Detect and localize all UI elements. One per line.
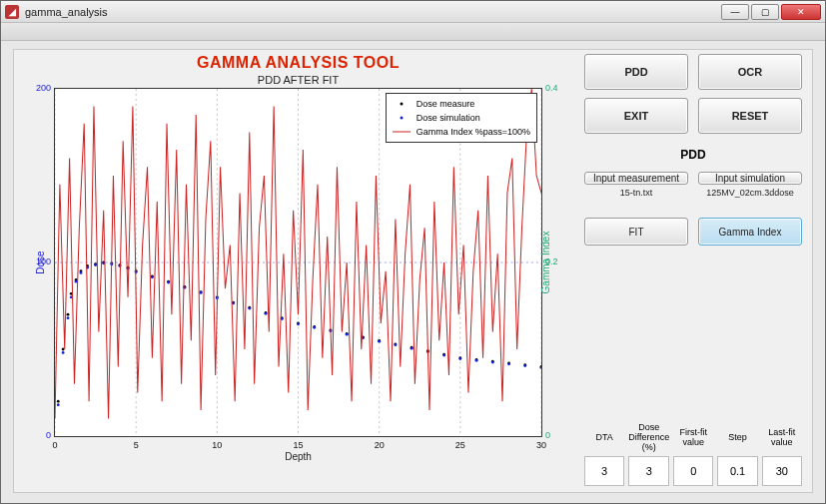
- legend-label: Dose simulation: [416, 111, 480, 125]
- param-header: Last-fit value: [762, 422, 802, 452]
- svg-point-77: [442, 354, 445, 357]
- svg-point-81: [507, 362, 510, 365]
- svg-point-71: [346, 333, 349, 336]
- svg-point-84: [400, 103, 403, 106]
- x-axis-label: Depth: [285, 451, 312, 462]
- svg-point-8: [57, 400, 60, 403]
- param-value[interactable]: 3: [584, 456, 624, 486]
- menu-toolbar: [1, 23, 825, 41]
- svg-point-65: [248, 307, 251, 310]
- svg-point-73: [378, 340, 381, 343]
- param-value[interactable]: 3: [628, 456, 669, 486]
- matlab-icon: ◢: [5, 5, 19, 19]
- input-simulation-button[interactable]: Input simulation: [698, 172, 802, 185]
- svg-point-69: [313, 326, 316, 329]
- param-value[interactable]: 30: [762, 456, 802, 486]
- svg-point-74: [394, 343, 397, 346]
- chart-axes: Dose measure Dose simulation Gamma Index…: [54, 88, 542, 437]
- svg-point-50: [75, 280, 78, 283]
- param-header: DTA: [595, 422, 612, 452]
- controls-region: PDD OCR EXIT RESET PDD Input measurement…: [572, 54, 802, 486]
- legend-label: Dose measure: [416, 97, 475, 111]
- param-dta: DTA 3: [584, 422, 624, 486]
- svg-point-68: [297, 322, 300, 325]
- exit-button[interactable]: EXIT: [584, 98, 688, 134]
- close-button[interactable]: ✕: [781, 4, 821, 20]
- svg-point-59: [151, 275, 154, 278]
- svg-point-62: [200, 291, 203, 294]
- window-title: gamma_analysis: [25, 6, 108, 18]
- param-value[interactable]: 0: [673, 456, 713, 486]
- chart-region: GAMMA ANALYSIS TOOL PDD AFTER FIT Dose m…: [24, 54, 572, 486]
- legend-label: Gamma Index %pass=100%: [416, 125, 530, 139]
- svg-point-75: [411, 347, 413, 350]
- svg-point-53: [94, 263, 97, 266]
- minimize-button[interactable]: —: [721, 4, 749, 20]
- params-table: DTA 3 Dose Difference (%) 3 First-fit va…: [584, 422, 802, 486]
- main-panel: GAMMA ANALYSIS TOOL PDD AFTER FIT Dose m…: [13, 49, 813, 493]
- svg-point-48: [67, 316, 70, 319]
- maximize-button[interactable]: ▢: [751, 4, 779, 20]
- svg-point-78: [458, 357, 461, 360]
- svg-point-10: [67, 313, 70, 316]
- param-dose-diff: Dose Difference (%) 3: [628, 422, 669, 486]
- content-area: GAMMA ANALYSIS TOOL PDD AFTER FIT Dose m…: [1, 41, 825, 503]
- param-first-fit: First-fit value 0: [673, 422, 713, 486]
- measurement-filename: 15-tn.txt: [584, 188, 688, 198]
- gamma-index-button[interactable]: Gamma Index: [698, 218, 802, 246]
- section-label: PDD: [584, 148, 802, 162]
- svg-point-66: [265, 312, 268, 315]
- app-title: GAMMA ANALYSIS TOOL: [24, 54, 572, 72]
- app-window: ◢ gamma_analysis — ▢ ✕ GAMMA ANALYSIS TO…: [0, 0, 826, 504]
- param-header: First-fit value: [673, 422, 713, 452]
- svg-point-51: [80, 271, 83, 274]
- svg-point-60: [167, 281, 170, 284]
- svg-point-82: [523, 364, 526, 367]
- param-header: Dose Difference (%): [628, 422, 669, 452]
- toolbar-item[interactable]: [7, 27, 10, 37]
- window-controls: — ▢ ✕: [721, 4, 821, 20]
- fit-button[interactable]: FIT: [584, 218, 688, 246]
- dot-icon: [393, 100, 411, 108]
- svg-point-47: [62, 351, 65, 354]
- svg-point-79: [475, 359, 478, 362]
- chart-title: PDD AFTER FIT: [24, 74, 572, 86]
- legend-item-gamma: Gamma Index %pass=100%: [393, 125, 530, 139]
- simulation-filename: 125MV_02cm.3ddose: [698, 188, 802, 198]
- line-icon: [393, 128, 411, 136]
- pdd-button[interactable]: PDD: [584, 54, 688, 90]
- param-header: Step: [728, 422, 747, 452]
- param-last-fit: Last-fit value 30: [762, 422, 802, 486]
- svg-point-80: [491, 361, 494, 364]
- reset-button[interactable]: RESET: [698, 98, 802, 134]
- legend-item-measure: Dose measure: [393, 97, 530, 111]
- legend-item-simulation: Dose simulation: [393, 111, 530, 125]
- svg-point-85: [400, 117, 403, 120]
- legend: Dose measure Dose simulation Gamma Index…: [386, 93, 537, 143]
- svg-point-9: [62, 348, 65, 351]
- input-measurement-button[interactable]: Input measurement: [584, 172, 688, 185]
- svg-point-46: [57, 403, 60, 406]
- param-step: Step 0.1: [717, 422, 757, 486]
- titlebar[interactable]: ◢ gamma_analysis — ▢ ✕: [1, 1, 825, 23]
- ocr-button[interactable]: OCR: [698, 54, 802, 90]
- param-value[interactable]: 0.1: [717, 456, 757, 486]
- dot-icon: [393, 114, 411, 122]
